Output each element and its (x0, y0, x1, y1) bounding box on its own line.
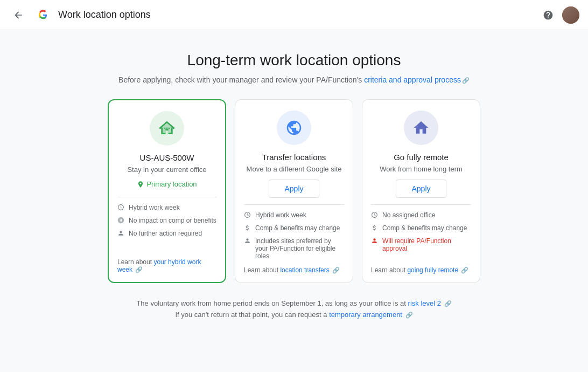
person-icon-1 (117, 230, 124, 238)
card-remote-title: Go fully remote (394, 153, 449, 162)
card-current-office: US-AUS-500W Stay in your current office … (108, 99, 226, 283)
building-icon (150, 111, 184, 146)
page-subtitle: Before applying, check with your manager… (118, 75, 470, 84)
card-transfer-features: Hybrid work week Comp & benefits may cha… (244, 211, 344, 260)
comp-icon-2 (244, 224, 251, 233)
clock-icon (117, 204, 124, 212)
card-current-subtitle: Stay in your current office (127, 166, 206, 174)
feature-sites: Includes sites preferred by your PA/Func… (244, 237, 344, 260)
card-divider-3 (371, 204, 471, 205)
globe-icon (277, 111, 311, 145)
card-remote-learn: Learn about going fully remote 🔗 (371, 266, 471, 274)
card-transfer-learn: Learn about location transfers 🔗 (244, 266, 344, 274)
topbar: Work location options (0, 0, 588, 30)
feature-no-action: No further action required (117, 230, 216, 238)
card-current-features: Hybrid work week No impact on comp or be… (117, 204, 216, 238)
feature-no-impact-text: No impact on comp or benefits (129, 217, 216, 224)
remote-apply-button[interactable]: Apply (396, 180, 446, 198)
footer-note: The voluntary work from home period ends… (136, 298, 451, 321)
clock-icon-3 (371, 211, 378, 220)
feature-no-office: No assigned office (371, 211, 471, 220)
risk-level-link[interactable]: risk level 2 🔗 (408, 299, 452, 307)
main-content: Long-term work location options Before a… (0, 30, 588, 338)
primary-location-badge: Primary location (137, 180, 197, 188)
feature-comp-change-text: Comp & benefits may change (255, 224, 340, 232)
feature-hybrid-text: Hybrid work week (129, 204, 180, 211)
ext-link-icon: 🔗 (462, 77, 470, 84)
primary-location-label: Primary location (146, 180, 197, 188)
app-logo (34, 6, 52, 24)
card-current-learn: Learn about your hybrid work week 🔗 (117, 258, 216, 273)
feature-hybrid-2: Hybrid work week (244, 211, 344, 220)
clock-icon-2 (244, 211, 251, 220)
transfer-apply-button[interactable]: Apply (269, 180, 319, 198)
no-impact-icon (117, 217, 124, 225)
ext-link-icon-3: 🔗 (332, 267, 340, 274)
help-button[interactable] (538, 5, 558, 25)
temporary-arrangement-link[interactable]: temporary arrangement 🔗 (329, 311, 412, 319)
feature-no-impact: No impact on comp or benefits (117, 217, 216, 225)
criteria-link[interactable]: criteria and approval process🔗 (364, 75, 470, 84)
person-icon-2 (244, 237, 251, 246)
card-divider (117, 197, 216, 197)
avatar[interactable] (562, 6, 579, 24)
going-fully-remote-link[interactable]: going fully remote 🔗 (407, 266, 468, 274)
ext-link-icon-2: 🔗 (135, 266, 143, 273)
feature-pa-approval-text: Will require PA/Function approval (382, 237, 471, 252)
location-pin-icon (137, 181, 144, 188)
card-transfer: Transfer locations Move to a different G… (235, 99, 353, 283)
cards-row: US-AUS-500W Stay in your current office … (108, 99, 480, 283)
card-divider-2 (244, 204, 344, 205)
feature-no-office-text: No assigned office (382, 211, 436, 219)
card-transfer-title: Transfer locations (262, 153, 326, 162)
comp-icon-3 (371, 224, 378, 233)
svg-rect-2 (166, 128, 168, 129)
card-current-title: US-AUS-500W (140, 153, 194, 162)
subtitle-prefix: Before applying, check with your manager… (118, 75, 364, 84)
topbar-actions (538, 5, 579, 25)
feature-comp-change-2: Comp & benefits may change (371, 224, 471, 233)
page-heading: Long-term work location options (187, 52, 401, 69)
feature-comp-change: Comp & benefits may change (244, 224, 344, 233)
card-transfer-subtitle: Move to a different Google site (247, 165, 342, 173)
home-icon (404, 111, 438, 145)
feature-pa-approval: Will require PA/Function approval (371, 237, 471, 252)
page-title-topbar: Work location options (58, 9, 538, 20)
person-icon-3 (371, 237, 378, 246)
feature-no-action-text: No further action required (129, 230, 202, 237)
svg-rect-3 (169, 128, 170, 129)
feature-sites-text: Includes sites preferred by your PA/Func… (255, 237, 344, 260)
footer-line-2: If you can't return at that point, you c… (136, 309, 451, 321)
footer-line-1: The voluntary work from home period ends… (136, 298, 451, 309)
svg-rect-1 (164, 128, 166, 129)
card-remote-features: No assigned office Comp & benefits may c… (371, 211, 471, 252)
back-button[interactable] (9, 5, 28, 25)
card-remote-subtitle: Work from home long term (380, 165, 463, 173)
feature-hybrid: Hybrid work week (117, 204, 216, 212)
feature-comp-change-2-text: Comp & benefits may change (382, 224, 467, 232)
card-remote: Go fully remote Work from home long term… (362, 99, 480, 283)
location-transfers-link[interactable]: location transfers 🔗 (280, 266, 340, 274)
feature-hybrid-2-text: Hybrid work week (255, 211, 306, 219)
ext-link-icon-4: 🔗 (461, 267, 468, 274)
